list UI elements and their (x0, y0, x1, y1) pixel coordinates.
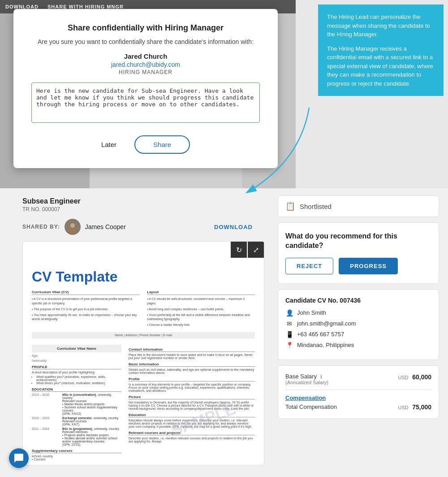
cv-education-right-text: Education should always come before expe… (129, 419, 255, 428)
candidate-email-row: ✉ john.smith@gmail.com (285, 320, 431, 327)
cv-profile-section-title: PROFILE (32, 365, 121, 369)
shared-by-row: SHARED BY: James Cooper DOWNLOAD (22, 219, 260, 235)
cv-contact-section-title: Contact information (129, 347, 255, 352)
download-button[interactable]: DOWNLOAD (207, 221, 260, 233)
job-ref: TR NO. 000007 (22, 206, 260, 212)
total-comp-currency: USD (398, 405, 408, 410)
email-icon: ✉ (285, 320, 293, 327)
candidate-name-row: 👤 John Smith (285, 309, 431, 317)
recommendation-box: What do you recommend for this candidate… (278, 222, 439, 284)
cv-layout-bullet-3: • Yours preferably at the left and a vis… (147, 313, 255, 322)
location-icon: 📍 (285, 342, 293, 349)
recommendation-buttons: REJECT PROGRESS (285, 258, 431, 274)
avatar (65, 219, 81, 235)
shortlisted-icon: 📋 (285, 201, 295, 211)
total-comp-label: Total Compensation (285, 403, 337, 410)
cv-picture-text: Not mandatory in Denmark, but the majori… (129, 401, 255, 410)
progress-button[interactable]: PROGRESS (339, 258, 398, 274)
cv-nationality-row: Nationality: (32, 359, 121, 362)
modal-subtitle: Are you sure you want to confidentially … (31, 38, 260, 45)
cv-edu-row-3: 2011 – 2014 BSc in (programme), universi… (32, 427, 121, 446)
svg-point-1 (70, 223, 75, 228)
cv-left-bullet-2: • The purpose of the CV is to get you to… (32, 307, 140, 312)
svg-point-2 (69, 229, 76, 233)
chat-bubble-button[interactable] (9, 448, 29, 468)
cv-edu-detail-2: Exchange semester, university, country R… (62, 416, 119, 426)
cv-profile-item-1: What qualifies you? (education, experien… (36, 375, 121, 382)
cv-left-col: Curriculum Vitae (CV) • A CV is a struct… (32, 290, 140, 329)
cv-mid-left: Curriculum Vitae Name Age: Nationality: … (32, 345, 121, 461)
total-compensation-row: Total Compensation USD 75,000 (285, 403, 431, 411)
cv-curriculum-header: Curriculum Vitae Name (32, 345, 121, 352)
cv-edu-row-2: 2015 – 2015 Exchange semester, universit… (32, 416, 121, 426)
info-icon-salary: ℹ (320, 374, 322, 379)
later-button[interactable]: Later (101, 141, 116, 148)
cv-layout-bullet-2: • Avoid long and complex sentences – use… (147, 307, 255, 312)
chat-icon (13, 453, 24, 464)
cv-nationality-label: Nationality: (32, 359, 63, 362)
cv-relevant-courses-title: Relevant courses and projects (129, 431, 255, 435)
status-label: Shortlisted (300, 203, 332, 210)
cv-edu-detail-3: BSc in (programme), university, country … (62, 427, 121, 446)
base-salary-label: Base Salary ℹ (285, 373, 328, 380)
cv-refresh-button[interactable]: ↻ (231, 242, 247, 258)
cv-profile-right-title: Profile (129, 377, 255, 382)
cv-profile-desc: A short description of your profile high… (32, 371, 121, 374)
cv-edu-detail-1: MSc in (concentration), university, coun… (62, 393, 121, 415)
cv-template-title: CV Template (23, 242, 264, 290)
base-salary-currency: USD (398, 375, 408, 380)
cv-mid-right: Contact information Place this in the do… (129, 345, 255, 461)
base-salary-amount: 60,000 (412, 373, 431, 381)
cv-top-section: Curriculum Vitae (CV) • A CV is a struct… (23, 290, 264, 329)
candidate-phone: +63 465 667 5757 (297, 331, 344, 338)
status-box: 📋 Shortlisted (278, 195, 439, 217)
cv-left-bullet-3: • You have approximately 30 sec. to make… (32, 313, 140, 322)
cv-right-col-head: Layout (147, 290, 255, 295)
message-textarea[interactable]: Here is the new candidate for Sub-sea En… (31, 82, 260, 123)
cv-supplementary-title: Supplementary courses (32, 449, 121, 453)
tooltip-para2: The Hiring Manager receives a confidenti… (327, 44, 435, 88)
salary-box: Base Salary ℹ (Annualized Salary) USD 60… (278, 365, 439, 419)
tooltip-para1: The Hiring Lead can personalize the mess… (327, 13, 435, 39)
cv-middle-section: Curriculum Vitae Name Age: Nationality: … (23, 340, 264, 465)
cv-supplementary-desc: school, country• Courses (32, 455, 121, 461)
recommendation-title: What do you recommend for this candidate… (285, 232, 431, 251)
cv-profile-right-text: Is a summary of key elements in your pro… (129, 383, 255, 392)
cv-profile-item-2: What drives you? (interests, motivation,… (36, 382, 121, 385)
total-comp-amount-col: USD 75,000 (398, 403, 431, 411)
job-title: Subsea Engineer (22, 197, 260, 205)
manager-name: Jared Church (31, 52, 260, 60)
compensation-link[interactable]: Compensation (285, 395, 431, 401)
cv-age-label: Age: (32, 354, 63, 357)
person-icon: 👤 (285, 309, 293, 317)
candidate-phone-row: 📱 +63 465 667 5757 (285, 331, 431, 338)
base-salary-sublabel: (Annualized Salary) (285, 380, 328, 385)
cv-left-bullet-1: • A CV is a structured presentation of y… (32, 297, 140, 306)
cv-edu-year-1: 2014 – 2016 (32, 393, 59, 415)
cv-expand-button[interactable]: ⤢ (248, 242, 264, 258)
cv-picture-title: Picture (129, 395, 255, 399)
lower-section: Subsea Engineer TR NO. 000007 SHARED BY:… (0, 188, 448, 477)
cv-contact-text: Place this in the document header to sav… (129, 353, 255, 360)
candidate-email: john.smith@gmail.com (297, 320, 356, 327)
candidate-location: Mindanao, Philippines (297, 342, 354, 348)
cv-left-col-head: Curriculum Vitae (CV) (32, 290, 140, 295)
base-salary-row: Base Salary ℹ (Annualized Salary) USD 60… (285, 373, 431, 385)
salary-divider (285, 390, 431, 390)
base-salary-amount-col: USD 60,000 (398, 373, 431, 381)
avatar-image (66, 221, 79, 233)
cv-basic-section-title: Basic information (129, 362, 255, 367)
candidate-location-row: 📍 Mindanao, Philippines (285, 342, 431, 349)
cv-education-section-title: EDUCATION (32, 387, 121, 392)
shared-by-name: James Cooper (85, 223, 126, 230)
candidate-cv-no: Candidate CV No. 007436 (285, 297, 431, 304)
reject-button[interactable]: REJECT (285, 258, 333, 274)
candidate-info-box: Candidate CV No. 007436 👤 John Smith ✉ j… (278, 289, 439, 360)
right-panel: 📋 Shortlisted What do you recommend for … (269, 188, 448, 477)
cv-profile-list: What qualifies you? (education, experien… (32, 375, 121, 385)
cv-layout-bullet-1: • A CV should be well-structured, consis… (147, 297, 255, 306)
base-salary-label-col: Base Salary ℹ (Annualized Salary) (285, 373, 328, 385)
base-salary-label-text: Base Salary (285, 373, 317, 380)
cv-edu-year-3: 2011 – 2014 (32, 427, 59, 446)
share-button[interactable]: Share (134, 135, 190, 154)
